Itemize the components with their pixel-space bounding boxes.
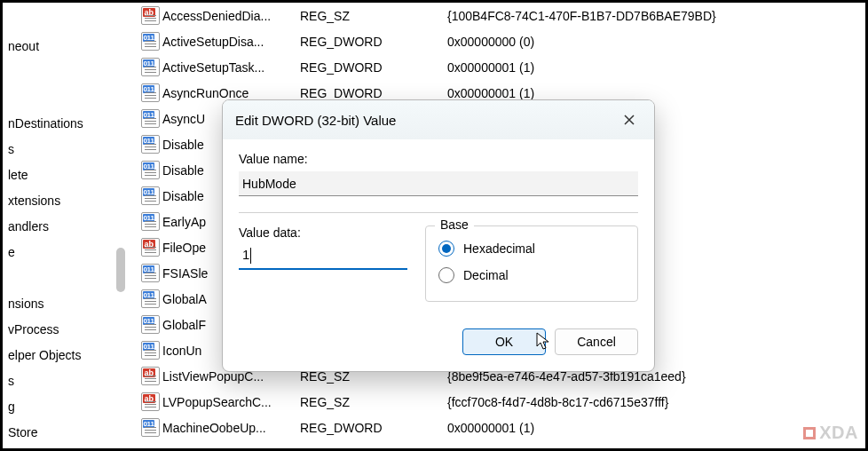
string-value-icon: ab (141, 238, 160, 257)
table-row[interactable]: abAccessDeniedDia...REG_SZ{100B4FC8-74C1… (138, 3, 868, 28)
table-row[interactable]: abLVPopupSearchC...REG_SZ{fccf70c8-f4d7-… (138, 389, 868, 415)
value-type-cell: REG_DWORD (300, 60, 447, 75)
binary-value-icon: 011 (141, 289, 160, 308)
watermark: XDA (803, 423, 858, 443)
value-name-label: Value name: (239, 152, 638, 166)
binary-value-icon: 011 (141, 212, 160, 231)
tree-item[interactable]: s (6, 137, 130, 162)
string-value-icon: ab (141, 6, 160, 25)
tree-item[interactable]: nsions (6, 291, 130, 317)
table-row[interactable]: 011ActiveSetupDisa...REG_DWORD0x00000000… (138, 28, 868, 54)
tree-item[interactable]: nDestinations (6, 111, 130, 137)
edit-dword-dialog: Edit DWORD (32-bit) Value Value name: Va… (222, 99, 655, 372)
value-type-cell: REG_SZ (300, 395, 447, 409)
watermark-icon (803, 427, 816, 439)
binary-value-icon: 011 (141, 264, 160, 282)
tree-item[interactable] (6, 265, 130, 291)
value-type-cell: REG_DWORD (300, 86, 447, 100)
divider (239, 212, 638, 213)
binary-value-icon: 011 (141, 135, 160, 154)
value-name-cell: MachineOobeUp... (162, 421, 300, 435)
binary-value-icon: 011 (141, 315, 160, 334)
value-type-cell: REG_SZ (300, 9, 447, 23)
tree-item[interactable]: s (6, 368, 130, 394)
radio-icon (438, 267, 454, 283)
radio-label: Hexadecimal (463, 241, 535, 256)
watermark-text: XDA (819, 423, 858, 443)
close-icon (623, 114, 635, 126)
radio-icon (438, 241, 454, 257)
radio-decimal[interactable]: Decimal (438, 262, 625, 289)
tree-item[interactable] (6, 8, 130, 34)
dialog-title: Edit DWORD (32-bit) Value (235, 113, 396, 128)
value-name-input[interactable] (239, 171, 638, 196)
tree-item[interactable] (6, 85, 130, 111)
value-type-cell: REG_DWORD (300, 35, 447, 49)
tree-item[interactable]: Store (6, 420, 130, 446)
value-data-input[interactable]: 1 (239, 245, 407, 270)
value-data-cell: {fccf70c8-f4d7-4d8b-8c17-cd6715e37fff} (447, 395, 868, 409)
tree-panel: neout nDestinations s lete xtensions and… (3, 3, 130, 448)
tree-scrollbar-thumb[interactable] (116, 248, 125, 292)
tree-item[interactable]: elper Objects (6, 343, 130, 368)
string-value-icon: ab (141, 367, 160, 385)
value-name-cell: ActiveSetupDisa... (162, 35, 300, 49)
value-data-label: Value data: (239, 226, 407, 240)
value-data-cell: 0x00000001 (1) (447, 60, 868, 75)
value-name-cell: AccessDeniedDia... (162, 9, 300, 23)
radio-hexadecimal[interactable]: Hexadecimal (438, 235, 625, 262)
table-row[interactable]: 011MachineOobeUp...REG_DWORD0x00000001 (… (138, 415, 868, 440)
tree-item[interactable]: lete (6, 162, 130, 188)
binary-value-icon: 011 (141, 83, 160, 102)
tree-item[interactable]: g (6, 394, 130, 420)
binary-value-icon: 011 (141, 109, 160, 128)
value-name-cell: ActiveSetupTask... (162, 60, 300, 75)
table-row[interactable]: 011ActiveSetupTask...REG_DWORD0x00000001… (138, 54, 868, 80)
value-data-cell: {100B4FC8-74C1-470F-B1B7-DD7B6BAE79BD} (447, 9, 868, 23)
binary-value-icon: 011 (141, 341, 160, 360)
base-group: Base Hexadecimal Decimal (425, 226, 638, 302)
value-name-cell: LVPopupSearchC... (162, 395, 300, 409)
binary-value-icon: 011 (141, 161, 160, 179)
base-label: Base (435, 218, 474, 232)
tree-item[interactable]: neout (6, 34, 130, 59)
binary-value-icon: 011 (141, 58, 160, 76)
tree-item[interactable]: e (6, 240, 130, 265)
tree-item[interactable]: laces (6, 446, 130, 451)
radio-label: Decimal (463, 268, 509, 282)
close-button[interactable] (617, 107, 642, 132)
binary-value-icon: 011 (141, 186, 160, 205)
value-type-cell: REG_DWORD (300, 421, 447, 435)
binary-value-icon: 011 (141, 32, 160, 51)
tree-item[interactable]: xtensions (6, 188, 130, 214)
cancel-button[interactable]: Cancel (555, 328, 638, 355)
tree-item[interactable] (6, 59, 130, 85)
value-name-cell: AsyncRunOnce (162, 86, 300, 100)
tree-item[interactable]: vProcess (6, 317, 130, 343)
binary-value-icon: 011 (141, 418, 160, 437)
tree-item[interactable]: andlers (6, 214, 130, 240)
value-data-cell: 0x00000001 (1) (447, 86, 868, 100)
string-value-icon: ab (141, 392, 160, 411)
value-data-cell: 0x00000000 (0) (447, 35, 868, 49)
dialog-titlebar[interactable]: Edit DWORD (32-bit) Value (223, 100, 654, 139)
ok-button[interactable]: OK (462, 328, 546, 355)
